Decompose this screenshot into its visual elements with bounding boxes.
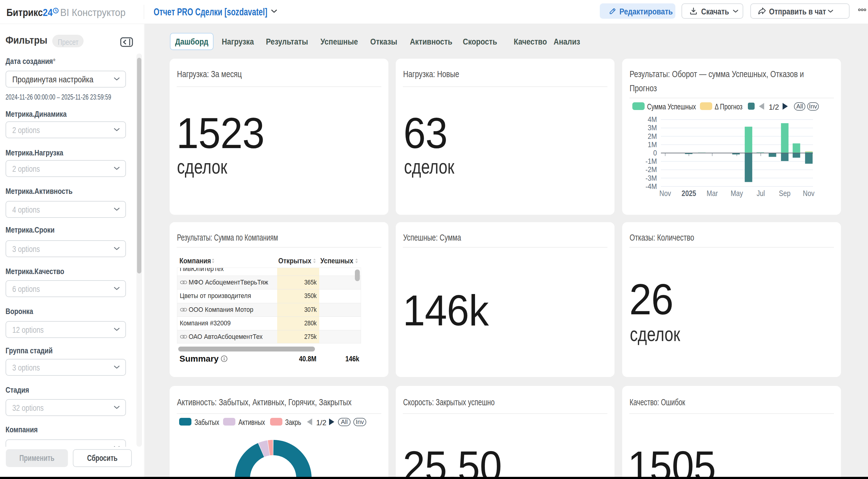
svg-text:4M: 4M	[648, 115, 657, 124]
svg-text:Sep: Sep	[779, 189, 790, 197]
svg-text:3M: 3M	[648, 124, 657, 132]
svg-text:2M: 2M	[648, 132, 657, 140]
svg-text:0: 0	[653, 149, 657, 157]
svg-text:-1M: -1M	[646, 157, 657, 165]
svg-text:Nov: Nov	[803, 189, 814, 197]
svg-text:2025: 2025	[682, 189, 696, 197]
svg-text:-2M: -2M	[646, 165, 657, 173]
svg-text:-3M: -3M	[646, 174, 657, 182]
svg-text:Nov: Nov	[659, 189, 671, 197]
svg-text:-4M: -4M	[646, 182, 657, 191]
svg-text:Mar: Mar	[707, 189, 718, 197]
svg-text:1M: 1M	[648, 140, 657, 149]
svg-text:May: May	[731, 189, 743, 197]
svg-text:Jul: Jul	[756, 189, 765, 197]
